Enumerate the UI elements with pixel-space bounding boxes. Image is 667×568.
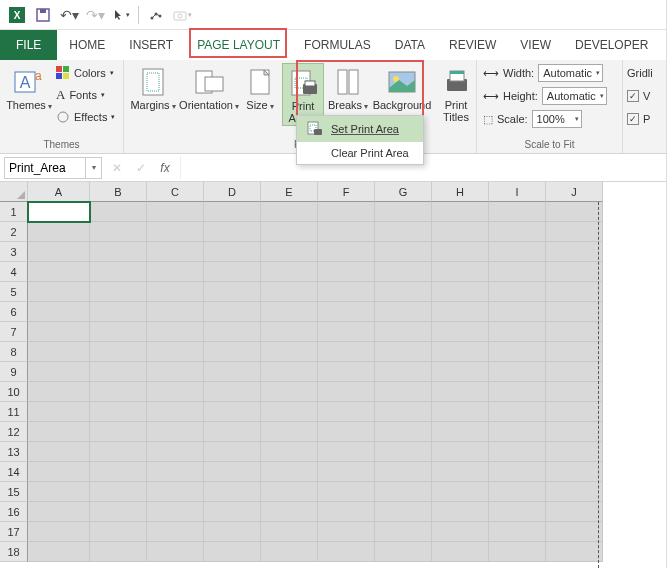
cell[interactable] <box>546 282 603 302</box>
cell[interactable] <box>489 202 546 222</box>
cell[interactable] <box>432 542 489 562</box>
cell[interactable] <box>318 222 375 242</box>
cell[interactable] <box>489 482 546 502</box>
cell[interactable] <box>90 282 147 302</box>
width-combo[interactable]: Automatic <box>538 64 603 82</box>
cell[interactable] <box>261 322 318 342</box>
row-header[interactable]: 14 <box>0 462 28 482</box>
cell[interactable] <box>28 502 90 522</box>
cell[interactable] <box>318 442 375 462</box>
cell[interactable] <box>318 422 375 442</box>
cell[interactable] <box>318 462 375 482</box>
cell[interactable] <box>90 422 147 442</box>
cell[interactable] <box>28 462 90 482</box>
cell[interactable] <box>318 322 375 342</box>
cell[interactable] <box>318 302 375 322</box>
cell[interactable] <box>489 342 546 362</box>
cell[interactable] <box>261 442 318 462</box>
row-header[interactable]: 18 <box>0 542 28 562</box>
orientation-button[interactable]: Orientation <box>180 63 238 112</box>
column-header[interactable]: F <box>318 182 375 202</box>
cell[interactable] <box>432 282 489 302</box>
cell[interactable] <box>261 522 318 542</box>
colors-button[interactable]: Colors▾ <box>56 63 115 83</box>
cell[interactable] <box>204 302 261 322</box>
scale-spinner[interactable]: 100% <box>532 110 582 128</box>
cell[interactable] <box>489 282 546 302</box>
cell[interactable] <box>489 262 546 282</box>
tab-view[interactable]: VIEW <box>508 30 563 60</box>
cell[interactable] <box>28 262 90 282</box>
cell[interactable] <box>147 462 204 482</box>
column-header[interactable]: G <box>375 182 432 202</box>
cell[interactable] <box>546 222 603 242</box>
cell[interactable] <box>432 302 489 322</box>
cell[interactable] <box>318 382 375 402</box>
cell[interactable] <box>28 442 90 462</box>
column-header[interactable]: D <box>204 182 261 202</box>
cell[interactable] <box>375 262 432 282</box>
fx-icon[interactable]: fx <box>156 161 174 175</box>
cell[interactable] <box>546 422 603 442</box>
row-header[interactable]: 4 <box>0 262 28 282</box>
cell[interactable] <box>546 502 603 522</box>
cell[interactable] <box>375 462 432 482</box>
row-header[interactable]: 7 <box>0 322 28 342</box>
row-header[interactable]: 8 <box>0 342 28 362</box>
cell[interactable] <box>546 462 603 482</box>
cell[interactable] <box>375 282 432 302</box>
tab-formulas[interactable]: FORMULAS <box>292 30 383 60</box>
fonts-button[interactable]: AFonts▾ <box>56 85 115 105</box>
cell[interactable] <box>375 242 432 262</box>
cell[interactable] <box>318 482 375 502</box>
cell[interactable] <box>90 542 147 562</box>
cell[interactable] <box>375 502 432 522</box>
column-header[interactable]: C <box>147 182 204 202</box>
row-header[interactable]: 13 <box>0 442 28 462</box>
cell[interactable] <box>90 342 147 362</box>
cell[interactable] <box>204 242 261 262</box>
cell[interactable] <box>261 362 318 382</box>
cell[interactable] <box>489 242 546 262</box>
cell[interactable] <box>318 342 375 362</box>
cell[interactable] <box>489 322 546 342</box>
cell[interactable] <box>28 482 90 502</box>
cell[interactable] <box>261 422 318 442</box>
cell[interactable] <box>147 402 204 422</box>
margins-button[interactable]: Margins <box>130 63 176 112</box>
cell[interactable] <box>90 222 147 242</box>
cell[interactable] <box>432 262 489 282</box>
themes-button[interactable]: Aa Themes <box>6 63 52 112</box>
cell[interactable] <box>489 302 546 322</box>
cell[interactable] <box>261 242 318 262</box>
cell[interactable] <box>432 462 489 482</box>
cell[interactable] <box>147 342 204 362</box>
cell[interactable] <box>204 382 261 402</box>
cell[interactable] <box>90 202 147 222</box>
cell[interactable] <box>432 322 489 342</box>
select-all-corner[interactable] <box>0 182 28 202</box>
breaks-button[interactable]: Breaks <box>328 63 368 112</box>
row-header[interactable]: 15 <box>0 482 28 502</box>
set-print-area-item[interactable]: Set Print Area <box>297 116 423 142</box>
cell[interactable] <box>489 542 546 562</box>
cell[interactable] <box>546 442 603 462</box>
row-header[interactable]: 16 <box>0 502 28 522</box>
cell[interactable] <box>546 542 603 562</box>
cell[interactable] <box>28 202 90 222</box>
save-icon[interactable] <box>31 3 55 27</box>
cell[interactable] <box>204 542 261 562</box>
cell[interactable] <box>261 282 318 302</box>
cell[interactable] <box>28 402 90 422</box>
cell[interactable] <box>375 482 432 502</box>
cell[interactable] <box>204 442 261 462</box>
cell[interactable] <box>28 522 90 542</box>
cell[interactable] <box>318 502 375 522</box>
cell[interactable] <box>28 422 90 442</box>
gridlines-view-checkbox[interactable]: ✓ <box>627 90 639 102</box>
cell[interactable] <box>261 222 318 242</box>
cell[interactable] <box>261 382 318 402</box>
enter-icon[interactable]: ✓ <box>132 161 150 175</box>
cell[interactable] <box>90 462 147 482</box>
cell[interactable] <box>432 522 489 542</box>
